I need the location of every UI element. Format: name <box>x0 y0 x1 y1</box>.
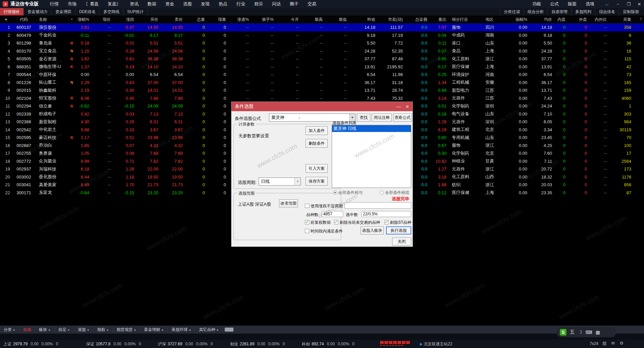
menu-item-前沿[interactable]: 前沿 <box>254 1 263 7</box>
close-icon[interactable]: ✕ <box>637 2 642 7</box>
col-header-4[interactable]: 涨幅% <box>76 16 91 23</box>
checkbox-skip-untraded[interactable]: 剔除当前未交易的品种 <box>334 220 380 225</box>
menu-item-资讯[interactable]: 资讯 <box>130 1 139 7</box>
dialog-minimize-icon[interactable]: — <box>396 104 401 109</box>
col-header-10[interactable]: 现量 <box>207 16 228 23</box>
col-header-24[interactable]: 内盘 <box>554 16 568 23</box>
checkbox-icon[interactable] <box>305 204 309 208</box>
table-header[interactable]: ▼代码名称•涨幅%现价涨跌买价卖价总量现量涨速%换手%今开最高最低昨收市盈(动)… <box>0 16 644 23</box>
usage-note-button[interactable]: 用法注释 <box>372 114 392 122</box>
minimize-icon[interactable]: − <box>615 2 621 7</box>
toolbar-tool-分类过滤[interactable]: 分类过滤 <box>500 8 524 16</box>
radio-all-or[interactable]: 全部条件相或 <box>380 190 409 196</box>
close-button[interactable]: 关闭 <box>392 237 411 246</box>
keyboard-icon[interactable]: ⌨ <box>586 330 592 335</box>
menu-item-市场[interactable]: 市场 <box>68 1 76 7</box>
condition-listbox[interactable]: 聚灵神 日线 <box>332 125 411 188</box>
toolbar-tab-DDE排名[interactable]: DDE排名 <box>75 8 100 15</box>
menu-item-复盘〗[interactable]: 复盘〗 <box>108 1 121 7</box>
menu-item-公式[interactable]: 公式 <box>550 1 559 7</box>
col-header-11[interactable]: 涨速% <box>228 16 251 23</box>
col-header-19[interactable]: 量比 <box>429 16 448 23</box>
toolbar-tool-多股同列[interactable]: 多股同列 <box>571 8 595 16</box>
col-header-0[interactable]: ▼ <box>0 16 12 23</box>
delete-condition-button[interactable]: 删除条件 <box>306 139 328 148</box>
mail-icon[interactable]: ✉ <box>611 341 615 346</box>
table-row-600479[interactable]: 2600479千金药业-0.11---0.019.179.1700-------… <box>0 31 644 40</box>
col-header-28[interactable]: ? <box>633 16 644 23</box>
moon-icon[interactable]: ☽ <box>578 330 582 335</box>
table-row-000544[interactable]: 7000544中原环保0.00--0.006.546.5400---------… <box>0 71 644 79</box>
menu-item-选股[interactable]: 选股 <box>183 1 192 7</box>
period-combobox[interactable]: 日线 ▼ <box>259 178 301 186</box>
col-header-15[interactable]: 最低 <box>325 16 349 23</box>
monitor-icon[interactable]: ▤ <box>602 341 606 346</box>
col-header-22[interactable]: 振幅% <box>502 16 529 23</box>
col-header-20[interactable]: 细分行业 <box>448 16 482 23</box>
table-row-603170[interactable]: 4603170宝立食品N1.15--0.2824.5624.5600------… <box>0 47 644 55</box>
col-header-9[interactable]: 总量 <box>185 16 207 23</box>
table-row-001226[interactable]: 8001226拓山重工N2.29--0.8337.0037.0000------… <box>0 79 644 87</box>
tab-scrollbar-thumb[interactable] <box>225 328 233 332</box>
index-创业[interactable]: 创业2261.890.000.00%0 <box>230 341 285 347</box>
toolbar-tool-自选管理[interactable]: 自选管理 <box>547 8 571 16</box>
col-header-18[interactable]: 总金额 <box>405 16 429 23</box>
menu-item-圈子[interactable]: 圈子 <box>290 1 299 7</box>
menu-item-版面[interactable]: 版面 <box>568 1 577 7</box>
toolbar-tab-资金博弈[interactable]: 资金博弈 <box>52 8 75 15</box>
bottom-tab-自定[interactable]: 自定▲ <box>55 327 74 332</box>
add-condition-button[interactable]: 加入条件 <box>306 126 328 135</box>
index-深证[interactable]: 深证10577.80.000.00%0 <box>86 341 141 347</box>
checkbox-forward-adjust[interactable]: 前复权数据 <box>305 220 331 225</box>
checkbox-variable-period[interactable]: 使用涨跌不定周期 <box>305 203 343 209</box>
back-arrow-icon[interactable]: ← <box>604 2 610 7</box>
toolbar-tab-资金驱动力[interactable]: 资金驱动力 <box>24 8 52 15</box>
save-plan-button[interactable]: 保存方案 <box>306 177 328 186</box>
bottom-tab-基金理财[interactable]: 基金理财▲ <box>141 327 168 332</box>
settings-icon[interactable]: ⚙ <box>620 341 624 346</box>
col-header-17[interactable]: 市盈(动) <box>377 16 405 23</box>
menu-item-〖看盘[interactable]: 〖看盘 <box>86 1 99 7</box>
index-沪深[interactable]: 沪深3727.690.000.00%0 <box>158 341 213 347</box>
dialog-titlebar[interactable]: 条件选股 — ✕ <box>231 102 413 111</box>
import-plan-button[interactable]: 引入方案 <box>306 164 328 173</box>
view-formula-button[interactable]: 查看公式 <box>393 114 412 122</box>
menu-item-发现[interactable]: 发现 <box>201 1 210 7</box>
table-row-688351[interactable]: 6688351微电生理-UK1.37--0.1914.1014.1000----… <box>0 63 644 71</box>
col-header-1[interactable]: 代码 <box>12 16 36 23</box>
checkbox-icon[interactable] <box>305 229 309 233</box>
col-header-5[interactable]: 现价 <box>91 16 113 23</box>
col-header-6[interactable]: 涨跌 <box>113 16 136 23</box>
col-header-13[interactable]: 今开 <box>276 16 301 23</box>
menu-item-数据[interactable]: 数据 <box>148 1 156 7</box>
col-header-12[interactable]: 换手% <box>251 16 276 23</box>
bottom-tab-板块[interactable]: 板块▲ <box>35 327 55 332</box>
checkbox-icon[interactable] <box>305 220 309 224</box>
bottom-tab-分类[interactable]: 分类▲ <box>0 327 19 332</box>
bottom-tab-港股[interactable]: 港股▲ <box>74 327 94 332</box>
bottom-tab-美股环球[interactable]: 美股环球▲ <box>168 327 195 332</box>
ime-mode-label[interactable]: 五 <box>570 329 575 335</box>
checkbox-icon[interactable] <box>334 220 338 224</box>
menu-item-行业[interactable]: 行业 <box>236 1 245 7</box>
col-header-3[interactable]: • <box>68 16 76 23</box>
index-上证[interactable]: 上证2979.790.000.00%0 <box>3 341 58 347</box>
chevron-down-icon[interactable]: ▼ <box>294 178 301 185</box>
menu-item-问达[interactable]: 问达 <box>272 1 281 7</box>
col-header-27[interactable]: 买量 <box>609 16 633 23</box>
bottom-tab-期货现货[interactable]: 期货现货▲ <box>113 327 141 332</box>
radio-icon[interactable] <box>333 191 337 195</box>
menu-item-交易[interactable]: 交易 <box>308 1 316 7</box>
find-button[interactable]: 查找 <box>357 114 370 122</box>
bottom-tab-自选[interactable]: 自选 <box>19 327 35 332</box>
table-row-002104[interactable]: 10002104恒宝股份R6.06--0.457.887.8800-------… <box>0 94 644 102</box>
restore-icon[interactable]: ❐ <box>626 2 631 7</box>
dialog-close-icon[interactable]: ✕ <box>406 104 409 109</box>
radio-icon[interactable] <box>380 191 384 195</box>
col-header-2[interactable]: 名称 <box>36 16 68 23</box>
col-header-7[interactable]: 买价 <box>136 16 160 23</box>
change-range-button[interactable]: 改变范围 <box>279 199 298 207</box>
col-header-14[interactable]: 最高 <box>301 16 325 23</box>
menu-item-功能[interactable]: 功能 <box>532 1 541 7</box>
menu-item-资金[interactable]: 资金 <box>165 1 174 7</box>
